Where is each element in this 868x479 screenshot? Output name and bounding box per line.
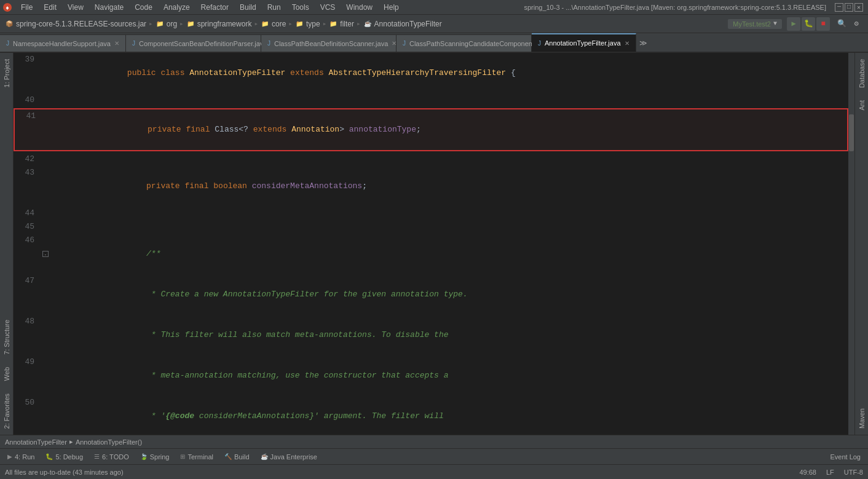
spring-tool-btn[interactable]: 🍃 Spring (135, 452, 175, 462)
code-text-39[interactable]: public class AnnotationTypeFilter extend… (50, 53, 848, 93)
breadcrumb-sep-5: ▸ (323, 20, 327, 28)
fold-icon-46[interactable]: - (42, 251, 49, 257)
tab-namespacehander[interactable]: J NamespaceHandlerSupport.java ✕ (0, 34, 126, 52)
build-tool-btn[interactable]: 🔨 Build (219, 452, 254, 462)
tab-close-1[interactable]: ✕ (114, 40, 119, 47)
scroll-thumb[interactable] (849, 114, 854, 151)
menu-file[interactable]: File (16, 2, 37, 13)
tab-overflow-button[interactable]: ≫ (636, 34, 651, 52)
line-num-46: 46 (14, 234, 41, 274)
tab-close-5[interactable]: ✕ (625, 40, 629, 47)
menu-help[interactable]: Help (379, 2, 404, 13)
code-text-47[interactable]: * Create a new AnnotationTypeFilter for … (50, 274, 848, 315)
code-text-45[interactable] (50, 220, 848, 234)
gutter-46: - (41, 234, 50, 274)
code-text-46[interactable]: /** (50, 234, 848, 274)
breadcrumb-core[interactable]: 📁 core (261, 20, 286, 28)
code-scroll-area[interactable]: 39 public class AnnotationTypeFilter ext… (14, 53, 848, 435)
line-num-49: 49 (14, 355, 41, 396)
maven-panel-tab[interactable]: Maven (857, 402, 867, 435)
tab-componentscan[interactable]: J ComponentScanBeanDefinitionParser.java… (126, 34, 261, 52)
run-config[interactable]: MyTest.test2 ▼ (728, 19, 782, 29)
web-panel-tab[interactable]: Web (2, 361, 12, 387)
breadcrumb-springframework[interactable]: 📁 springframework (186, 20, 252, 28)
line-num-48: 48 (14, 315, 41, 355)
stop-icon: ■ (821, 20, 825, 28)
menu-analyze[interactable]: Analyze (159, 2, 195, 13)
menu-refactor[interactable]: Refactor (196, 2, 234, 13)
menu-vcs[interactable]: VCS (315, 2, 341, 13)
debug-tool-btn[interactable]: 🐛 5: Debug (41, 452, 88, 462)
svg-text:♦: ♦ (6, 5, 9, 12)
spring-tool-num: 🍃 (140, 453, 148, 460)
terminal-tool-btn[interactable]: ⊞ Terminal (175, 452, 218, 462)
menu-view[interactable]: View (63, 2, 89, 13)
tab-label-3: ClassPathBeanDefinitionScanner.java (274, 40, 388, 47)
code-text-49[interactable]: * meta-annotation matching, use the cons… (50, 355, 848, 396)
encoding[interactable]: UTF-8 (844, 469, 863, 476)
minimize-button[interactable]: ─ (835, 3, 843, 12)
todo-tool-label: 6: TODO (102, 453, 129, 461)
folder-icon-5: 📁 (329, 20, 337, 28)
run-config-label: MyTest.test2 (733, 20, 771, 28)
code-text-42[interactable] (50, 152, 848, 166)
editor-area: 39 public class AnnotationTypeFilter ext… (14, 53, 854, 435)
outer-right-panel: Database Ant Maven (854, 53, 868, 435)
tab-classpathcandidate[interactable]: J ClassPathScanningCandidateComponentPro… (397, 34, 532, 52)
run-tool-btn[interactable]: ▶ 4: Run (2, 452, 39, 462)
menu-code[interactable]: Code (130, 2, 157, 13)
stop-button[interactable]: ■ (816, 17, 830, 31)
debug-button[interactable]: 🐛 (802, 17, 815, 31)
breadcrumb-org[interactable]: 📁 org (156, 20, 177, 28)
breadcrumb-type[interactable]: 📁 type (295, 20, 320, 28)
folder-icon-4: 📁 (295, 20, 304, 28)
todo-tool-num: ☰ (94, 453, 100, 460)
database-panel-tab[interactable]: Database (857, 53, 867, 94)
terminal-tool-num: ⊞ (180, 453, 185, 460)
todo-tool-btn[interactable]: ☰ 6: TODO (89, 452, 134, 462)
code-row-40: 40 (14, 93, 848, 107)
breadcrumb-file[interactable]: ☕ AnnotationTypeFilter (363, 20, 442, 28)
code-text-43[interactable]: private final boolean considerMetaAnnota… (50, 166, 848, 207)
menu-run[interactable]: Run (262, 2, 286, 13)
structure-panel-tab[interactable]: 7: Structure (2, 314, 12, 361)
menu-window[interactable]: Window (341, 2, 377, 13)
breadcrumb-jar[interactable]: 📦 spring-core-5.1.3.RELEASE-sources.jar (5, 20, 146, 28)
tab-icon-2: J (132, 40, 135, 47)
code-editor[interactable]: 39 public class AnnotationTypeFilter ext… (14, 53, 854, 435)
tab-classpathscanner[interactable]: J ClassPathBeanDefinitionScanner.java ✕ (261, 34, 397, 52)
code-text-44[interactable] (50, 207, 848, 220)
code-text-48[interactable]: * This filter will also match meta-annot… (50, 315, 848, 355)
status-right: 49:68 LF UTF-8 (799, 469, 863, 476)
menu-tools[interactable]: Tools (287, 2, 314, 13)
breadcrumb-sep-3: ▸ (254, 20, 258, 28)
project-panel-tab[interactable]: 1: Project (2, 53, 12, 93)
tab-icon-1: J (6, 40, 9, 47)
window-title: spring_10-3 - ...\AnnotationTypeFilter.j… (519, 4, 831, 11)
maximize-button[interactable]: □ (845, 3, 853, 12)
search-everywhere-button[interactable]: 🔍 (835, 17, 848, 31)
ant-panel-tab[interactable]: Ant (857, 94, 867, 117)
code-text-50[interactable]: * '{@code considerMetaAnnotations}' argu… (50, 396, 848, 435)
cursor-position[interactable]: 49:68 (799, 469, 816, 476)
java-enterprise-tool-btn[interactable]: ☕ Java Enterprise (256, 452, 322, 462)
breadcrumb-filter[interactable]: 📁 filter (329, 20, 354, 28)
tab-annotationtypefilter[interactable]: J AnnotationTypeFilter.java ✕ (532, 33, 636, 52)
code-row-50: 50 * '{@code considerMetaAnnotations}' a… (14, 396, 848, 435)
vertical-scrollbar[interactable] (848, 53, 854, 435)
line-ending[interactable]: LF (826, 469, 834, 476)
file-icon: ☕ (363, 20, 372, 28)
favorites-panel-tab[interactable]: 2: Favorites (2, 387, 12, 435)
event-log-btn[interactable]: Event Log (825, 452, 866, 462)
line-num-41: 41 (15, 109, 42, 150)
menu-navigate[interactable]: Navigate (90, 2, 128, 13)
breadcrumb-sep-6: ▸ (357, 20, 361, 28)
menu-edit[interactable]: Edit (39, 2, 61, 13)
code-text-40[interactable] (50, 93, 848, 107)
close-button[interactable]: ✕ (854, 3, 863, 12)
run-button[interactable]: ▶ (787, 17, 800, 31)
code-text-41[interactable]: private final Class<? extends Annotation… (52, 109, 847, 150)
gutter-48 (41, 315, 50, 355)
menu-build[interactable]: Build (235, 2, 261, 13)
settings-button[interactable]: ⚙ (850, 17, 863, 31)
